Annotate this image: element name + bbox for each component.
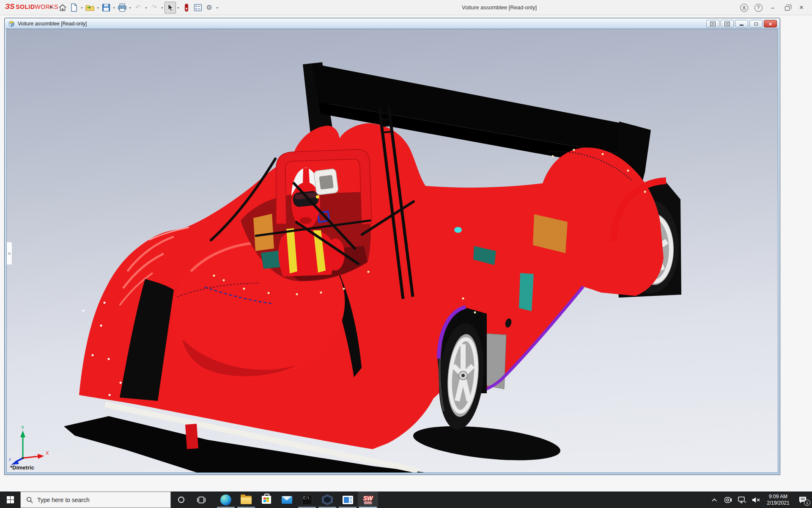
task-view-icon xyxy=(197,497,206,503)
taskbar-solidworks[interactable]: SW 2021 xyxy=(358,491,378,508)
taskbar-mail[interactable] xyxy=(277,491,297,508)
select-tool-button[interactable] xyxy=(165,2,176,14)
print-button[interactable] xyxy=(116,2,128,14)
taskbar-edge[interactable] xyxy=(216,491,236,508)
right-pane-icon xyxy=(724,22,730,26)
app-minimize-button[interactable]: − xyxy=(765,1,780,14)
edge-icon xyxy=(220,494,231,505)
redo-caret[interactable]: ▾ xyxy=(160,6,165,10)
undo-button[interactable]: ↶ xyxy=(132,2,144,14)
new-document-icon xyxy=(70,3,78,12)
taskbar-search[interactable] xyxy=(20,491,171,508)
options-caret[interactable]: ▾ xyxy=(215,6,219,10)
select-tool-caret[interactable]: ▾ xyxy=(176,6,181,10)
display-options-button[interactable] xyxy=(192,2,203,14)
account-icon xyxy=(740,4,748,12)
new-document-caret[interactable]: ▾ xyxy=(80,6,84,10)
save-button[interactable] xyxy=(100,2,112,14)
selection-filter-button[interactable] xyxy=(181,2,192,14)
doc-close-button[interactable]: × xyxy=(764,20,777,28)
document-titlebar[interactable]: Voiture assomblee [Read-only] xyxy=(5,19,779,29)
print-icon xyxy=(118,3,127,12)
taskbar-store[interactable] xyxy=(256,491,277,508)
cortana-button[interactable] xyxy=(171,491,191,508)
solidworks-app: ЗS SOLID WORKS ▸ ▾ xyxy=(0,0,812,508)
taskbar-clock[interactable]: 9:09 AM 2/19/2021 xyxy=(763,494,793,506)
assembly-document-icon xyxy=(8,20,15,28)
view-orientation-label: *Dimetric xyxy=(10,464,34,471)
orientation-triad: Y X Z xyxy=(8,425,55,465)
help-button[interactable]: ? xyxy=(751,1,765,14)
action-center-button[interactable]: 1 xyxy=(793,491,812,508)
open-button[interactable] xyxy=(84,2,96,14)
new-document-button[interactable] xyxy=(68,2,80,14)
pinned-apps: C:\ SW 2021 xyxy=(216,491,378,508)
taskbar-window-app[interactable] xyxy=(337,491,358,508)
meet-now-button[interactable] xyxy=(721,497,735,503)
cockpit-orange-panel xyxy=(253,214,274,251)
tray-overflow-button[interactable] xyxy=(707,498,721,502)
home-button[interactable] xyxy=(57,2,68,14)
document-title: Voiture assomblee [Read-only] xyxy=(18,21,87,27)
account-button[interactable] xyxy=(737,1,751,14)
show-right-pane-button[interactable] xyxy=(721,20,734,28)
feature-tree-collapse-tab[interactable] xyxy=(7,242,12,265)
redo-button[interactable]: ↷ xyxy=(148,2,160,14)
windows-logo-icon xyxy=(7,496,14,503)
app-titlebar: ЗS SOLID WORKS ▸ ▾ xyxy=(0,0,812,15)
tab-grip-dot xyxy=(8,252,11,255)
quick-access-toolbar: ▾ ▾ ▾ ▾ xyxy=(57,1,219,14)
volume-button[interactable] xyxy=(749,497,763,503)
save-caret[interactable]: ▾ xyxy=(112,6,116,10)
teal-panel xyxy=(519,273,534,311)
print-caret[interactable]: ▾ xyxy=(128,6,132,10)
mail-icon xyxy=(282,496,292,504)
y-axis-label: Y xyxy=(21,425,25,430)
open-caret[interactable]: ▾ xyxy=(96,6,100,10)
undo-caret[interactable]: ▾ xyxy=(144,6,148,10)
x-axis-label: X xyxy=(46,450,49,456)
doc-restore-button[interactable] xyxy=(749,20,763,28)
ds-logo-icon: ЗS xyxy=(5,3,14,11)
app-window-controls: ? − × xyxy=(737,0,809,15)
search-icon xyxy=(26,497,33,503)
window-app-icon xyxy=(343,496,353,504)
car-assembly-model[interactable] xyxy=(7,29,778,473)
task-view-button[interactable] xyxy=(191,491,211,508)
rear-view-mirror[interactable] xyxy=(314,168,339,195)
car-body[interactable] xyxy=(79,123,666,449)
minimize-icon xyxy=(740,25,743,26)
network-icon xyxy=(738,497,746,503)
options-button[interactable]: ⚙ xyxy=(203,2,215,14)
redo-icon: ↷ xyxy=(151,4,157,11)
notification-badge: 1 xyxy=(804,500,810,506)
clock-date: 2/19/2021 xyxy=(763,500,793,506)
network-button[interactable] xyxy=(735,497,749,503)
app-close-button[interactable]: × xyxy=(794,1,809,14)
z-axis-label: Z xyxy=(9,458,11,461)
taskbar-file-explorer[interactable] xyxy=(236,491,256,508)
doc-minimize-button[interactable] xyxy=(735,20,748,28)
show-left-pane-button[interactable] xyxy=(706,20,719,28)
taskbar-edrawings[interactable] xyxy=(317,491,337,508)
display-options-icon xyxy=(194,3,202,12)
traffic-light-icon xyxy=(184,3,189,12)
undo-icon: ↶ xyxy=(135,4,141,11)
restore-icon xyxy=(785,6,790,11)
chevron-up-icon xyxy=(712,498,717,502)
document-window-controls: × xyxy=(706,20,777,28)
taskbar-command-prompt[interactable]: C:\ xyxy=(297,491,317,508)
start-button[interactable] xyxy=(0,491,20,508)
open-folder-icon xyxy=(85,3,95,12)
hexagon-app-icon xyxy=(322,494,333,505)
gear-icon: ⚙ xyxy=(206,4,212,11)
app-restore-button[interactable] xyxy=(780,1,794,14)
cortana-icon xyxy=(178,497,184,503)
search-input[interactable] xyxy=(37,497,156,503)
document-window: Voiture assomblee [Read-only] xyxy=(4,18,780,475)
restore-icon xyxy=(754,22,758,25)
home-icon xyxy=(58,3,67,12)
select-cursor-icon xyxy=(167,4,174,11)
toolbar-flyout-arrow-icon[interactable]: ▸ xyxy=(50,4,52,10)
graphics-viewport[interactable]: Y X Z *Dimetric xyxy=(6,29,778,473)
